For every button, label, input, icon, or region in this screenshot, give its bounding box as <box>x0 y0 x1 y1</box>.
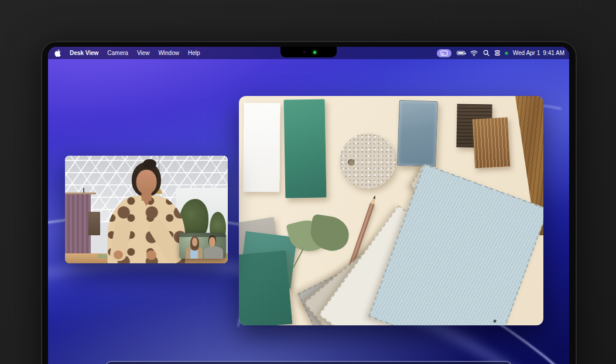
camera-notch <box>280 47 337 57</box>
clock-date: Wed Apr 1 <box>513 50 540 56</box>
camera-indicator-light <box>313 51 316 54</box>
desk-view-window[interactable] <box>239 96 543 325</box>
camera-active-dot <box>505 52 508 54</box>
battery-icon[interactable] <box>457 51 465 55</box>
clothes-rack-garments <box>65 194 91 257</box>
presenter-hand-right <box>146 250 156 260</box>
menu-camera[interactable]: Camera <box>107 50 128 56</box>
menu-window[interactable]: Window <box>158 50 179 56</box>
search-icon[interactable] <box>483 50 490 56</box>
wifi-icon[interactable] <box>470 50 478 56</box>
white-tile-sample <box>243 103 280 193</box>
pip-participant-woman-face <box>192 238 198 246</box>
control-center-icon[interactable] <box>495 50 500 56</box>
pip-participant-man-face <box>209 237 215 247</box>
dark-teal-tile-stack <box>239 250 292 325</box>
macbook-display-bezel: Desk View Camera View Window Help <box>41 41 577 364</box>
menu-app-name[interactable]: Desk View <box>70 50 98 56</box>
oak-wood-sample <box>473 117 510 168</box>
clothes-rack-bar <box>65 193 96 194</box>
presenter-hair-bun <box>143 159 156 169</box>
facetime-window[interactable] <box>65 156 228 263</box>
pip-background-beam <box>179 233 226 237</box>
facetime-pip-thumbnail[interactable] <box>179 233 226 259</box>
fabric-snap-dot <box>493 320 497 323</box>
blue-gray-tile-sample <box>397 100 438 167</box>
fabric-swatch-blue <box>368 164 543 325</box>
presenter-face <box>136 170 157 194</box>
felt-disc <box>340 133 396 188</box>
menu-view[interactable]: View <box>137 50 150 56</box>
screen-sharing-indicator-icon[interactable] <box>437 49 451 57</box>
menu-bar-clock[interactable]: Wed Apr 1 9:41 AM <box>513 50 564 56</box>
cabinet <box>88 212 100 235</box>
camera-lens <box>303 51 306 53</box>
mac-screen: Desk View Camera View Window Help <box>48 47 569 364</box>
apple-logo-icon[interactable] <box>54 49 61 57</box>
menu-help[interactable]: Help <box>188 50 200 56</box>
marketing-background: Desk View Camera View Window Help <box>0 0 616 364</box>
pip-participant-man-shirt <box>204 246 224 259</box>
menu-bar-status: Wed Apr 1 9:41 AM <box>437 49 564 57</box>
menu-bar-left: Desk View Camera View Window Help <box>54 49 200 57</box>
green-tile-sample <box>284 99 327 198</box>
felt-disc-hole <box>348 159 355 166</box>
clock-time: 9:41 AM <box>543 50 564 56</box>
background-window-top-edge[interactable] <box>105 361 512 364</box>
presenter-hand-left <box>114 250 122 259</box>
